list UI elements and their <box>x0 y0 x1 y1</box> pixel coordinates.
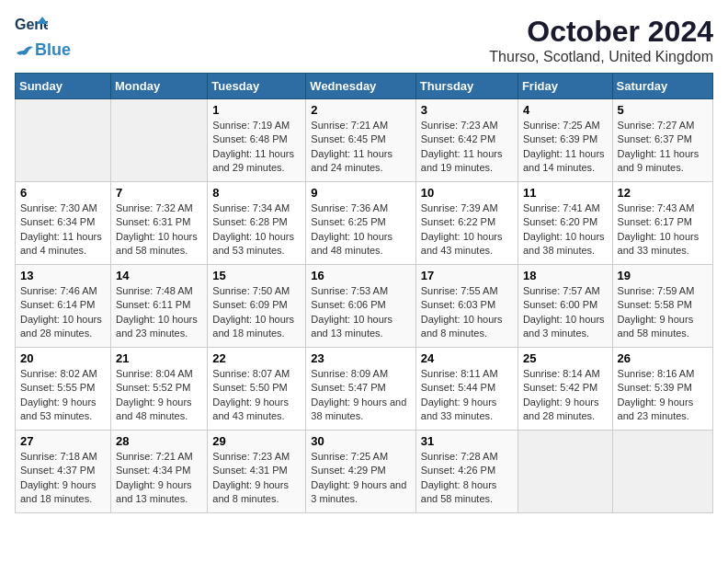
title-area: October 2024 Thurso, Scotland, United Ki… <box>489 15 713 65</box>
logo-icon: General <box>15 15 48 42</box>
calendar-cell: 19Sunrise: 7:59 AM Sunset: 5:58 PM Dayli… <box>612 265 712 348</box>
calendar-week-5: 27Sunrise: 7:18 AM Sunset: 4:37 PM Dayli… <box>16 431 713 513</box>
calendar-cell: 6Sunrise: 7:30 AM Sunset: 6:34 PM Daylig… <box>16 182 111 265</box>
day-number: 18 <box>523 269 608 282</box>
day-info: Sunrise: 7:46 AM Sunset: 6:14 PM Dayligh… <box>20 284 106 341</box>
calendar-cell: 31Sunrise: 7:28 AM Sunset: 4:26 PM Dayli… <box>415 431 518 513</box>
day-info: Sunrise: 7:41 AM Sunset: 6:20 PM Dayligh… <box>523 201 608 259</box>
day-number: 14 <box>116 269 202 282</box>
calendar-cell <box>518 431 612 513</box>
calendar-cell: 9Sunrise: 7:36 AM Sunset: 6:25 PM Daylig… <box>306 182 415 265</box>
calendar-cell: 22Sunrise: 8:07 AM Sunset: 5:50 PM Dayli… <box>208 348 306 431</box>
calendar-week-4: 20Sunrise: 8:02 AM Sunset: 5:55 PM Dayli… <box>16 348 713 431</box>
calendar-cell: 7Sunrise: 7:32 AM Sunset: 6:31 PM Daylig… <box>111 182 208 265</box>
day-info: Sunrise: 7:53 AM Sunset: 6:06 PM Dayligh… <box>311 284 410 341</box>
calendar-cell: 24Sunrise: 8:11 AM Sunset: 5:44 PM Dayli… <box>415 348 518 431</box>
day-number: 26 <box>618 351 708 365</box>
day-info: Sunrise: 7:39 AM Sunset: 6:22 PM Dayligh… <box>421 201 513 259</box>
day-number: 16 <box>311 269 410 282</box>
day-info: Sunrise: 7:48 AM Sunset: 6:11 PM Dayligh… <box>116 284 202 341</box>
month-title: October 2024 <box>489 15 713 49</box>
header-thursday: Thursday <box>415 74 518 99</box>
day-info: Sunrise: 7:36 AM Sunset: 6:25 PM Dayligh… <box>311 201 410 259</box>
calendar-cell: 15Sunrise: 7:50 AM Sunset: 6:09 PM Dayli… <box>208 265 306 348</box>
calendar-cell: 17Sunrise: 7:55 AM Sunset: 6:03 PM Dayli… <box>415 265 518 348</box>
header-tuesday: Tuesday <box>208 74 306 99</box>
calendar-week-2: 6Sunrise: 7:30 AM Sunset: 6:34 PM Daylig… <box>16 182 713 265</box>
header-saturday: Saturday <box>612 74 712 99</box>
day-number: 31 <box>421 434 513 448</box>
calendar-cell: 23Sunrise: 8:09 AM Sunset: 5:47 PM Dayli… <box>306 348 415 431</box>
day-info: Sunrise: 7:21 AM Sunset: 4:34 PM Dayligh… <box>116 450 202 507</box>
day-number: 2 <box>311 103 410 117</box>
day-number: 15 <box>212 269 301 282</box>
day-number: 13 <box>20 269 106 282</box>
day-number: 17 <box>421 269 513 282</box>
calendar-cell: 14Sunrise: 7:48 AM Sunset: 6:11 PM Dayli… <box>111 265 208 348</box>
header-monday: Monday <box>111 74 208 99</box>
day-info: Sunrise: 7:59 AM Sunset: 5:58 PM Dayligh… <box>618 284 708 341</box>
day-number: 28 <box>116 434 202 448</box>
day-number: 27 <box>20 434 106 448</box>
day-info: Sunrise: 8:14 AM Sunset: 5:42 PM Dayligh… <box>523 367 608 424</box>
logo-blue-text: Blue <box>35 40 71 60</box>
calendar-cell: 20Sunrise: 8:02 AM Sunset: 5:55 PM Dayli… <box>16 348 111 431</box>
day-info: Sunrise: 8:11 AM Sunset: 5:44 PM Dayligh… <box>421 367 513 424</box>
calendar-week-1: 1Sunrise: 7:19 AM Sunset: 6:48 PM Daylig… <box>16 99 713 182</box>
calendar-cell: 21Sunrise: 8:04 AM Sunset: 5:52 PM Dayli… <box>111 348 208 431</box>
day-number: 30 <box>311 434 410 448</box>
header-friday: Friday <box>518 74 612 99</box>
day-number: 24 <box>421 351 513 365</box>
day-info: Sunrise: 7:27 AM Sunset: 6:37 PM Dayligh… <box>618 119 708 176</box>
day-info: Sunrise: 7:34 AM Sunset: 6:28 PM Dayligh… <box>212 201 301 259</box>
calendar-cell: 8Sunrise: 7:34 AM Sunset: 6:28 PM Daylig… <box>208 182 306 265</box>
day-number: 21 <box>116 351 202 365</box>
day-number: 11 <box>523 186 608 200</box>
calendar-cell: 11Sunrise: 7:41 AM Sunset: 6:20 PM Dayli… <box>518 182 612 265</box>
location-title: Thurso, Scotland, United Kingdom <box>489 49 713 65</box>
day-info: Sunrise: 7:55 AM Sunset: 6:03 PM Dayligh… <box>421 284 513 341</box>
page-header: General Blue October 2024 Thurso, Scotla… <box>15 15 713 65</box>
day-number: 29 <box>212 434 301 448</box>
day-info: Sunrise: 8:16 AM Sunset: 5:39 PM Dayligh… <box>618 367 708 424</box>
day-info: Sunrise: 7:25 AM Sunset: 6:39 PM Dayligh… <box>523 119 608 176</box>
calendar-cell <box>612 431 712 513</box>
day-number: 23 <box>311 351 410 365</box>
day-info: Sunrise: 8:04 AM Sunset: 5:52 PM Dayligh… <box>116 367 202 424</box>
day-number: 9 <box>311 186 410 200</box>
day-info: Sunrise: 7:30 AM Sunset: 6:34 PM Dayligh… <box>20 201 106 259</box>
day-number: 3 <box>421 103 513 117</box>
calendar-cell: 26Sunrise: 8:16 AM Sunset: 5:39 PM Dayli… <box>612 348 712 431</box>
calendar-cell: 18Sunrise: 7:57 AM Sunset: 6:00 PM Dayli… <box>518 265 612 348</box>
day-number: 5 <box>618 103 708 117</box>
header-wednesday: Wednesday <box>306 74 415 99</box>
day-info: Sunrise: 7:32 AM Sunset: 6:31 PM Dayligh… <box>116 201 202 259</box>
calendar-cell: 29Sunrise: 7:23 AM Sunset: 4:31 PM Dayli… <box>208 431 306 513</box>
calendar-cell: 25Sunrise: 8:14 AM Sunset: 5:42 PM Dayli… <box>518 348 612 431</box>
calendar-cell: 10Sunrise: 7:39 AM Sunset: 6:22 PM Dayli… <box>415 182 518 265</box>
day-number: 8 <box>212 186 301 200</box>
calendar-cell: 12Sunrise: 7:43 AM Sunset: 6:17 PM Dayli… <box>612 182 712 265</box>
day-info: Sunrise: 7:43 AM Sunset: 6:17 PM Dayligh… <box>618 201 708 259</box>
day-info: Sunrise: 7:23 AM Sunset: 4:31 PM Dayligh… <box>212 450 301 507</box>
calendar-cell: 28Sunrise: 7:21 AM Sunset: 4:34 PM Dayli… <box>111 431 208 513</box>
day-info: Sunrise: 7:25 AM Sunset: 4:29 PM Dayligh… <box>311 450 410 507</box>
day-number: 19 <box>618 269 708 282</box>
day-info: Sunrise: 7:28 AM Sunset: 4:26 PM Dayligh… <box>421 450 513 507</box>
day-number: 22 <box>212 351 301 365</box>
day-info: Sunrise: 7:23 AM Sunset: 6:42 PM Dayligh… <box>421 119 513 176</box>
logo-bird-icon <box>15 43 33 58</box>
calendar-cell <box>16 99 111 182</box>
calendar-cell: 16Sunrise: 7:53 AM Sunset: 6:06 PM Dayli… <box>306 265 415 348</box>
day-number: 7 <box>116 186 202 200</box>
day-number: 1 <box>212 103 301 117</box>
day-info: Sunrise: 8:02 AM Sunset: 5:55 PM Dayligh… <box>20 367 106 424</box>
day-number: 10 <box>421 186 513 200</box>
calendar-cell: 30Sunrise: 7:25 AM Sunset: 4:29 PM Dayli… <box>306 431 415 513</box>
day-number: 6 <box>20 186 106 200</box>
calendar-table: SundayMondayTuesdayWednesdayThursdayFrid… <box>15 73 713 513</box>
logo: General Blue <box>15 15 71 60</box>
day-number: 20 <box>20 351 106 365</box>
calendar-cell: 3Sunrise: 7:23 AM Sunset: 6:42 PM Daylig… <box>415 99 518 182</box>
day-info: Sunrise: 7:19 AM Sunset: 6:48 PM Dayligh… <box>212 119 301 176</box>
